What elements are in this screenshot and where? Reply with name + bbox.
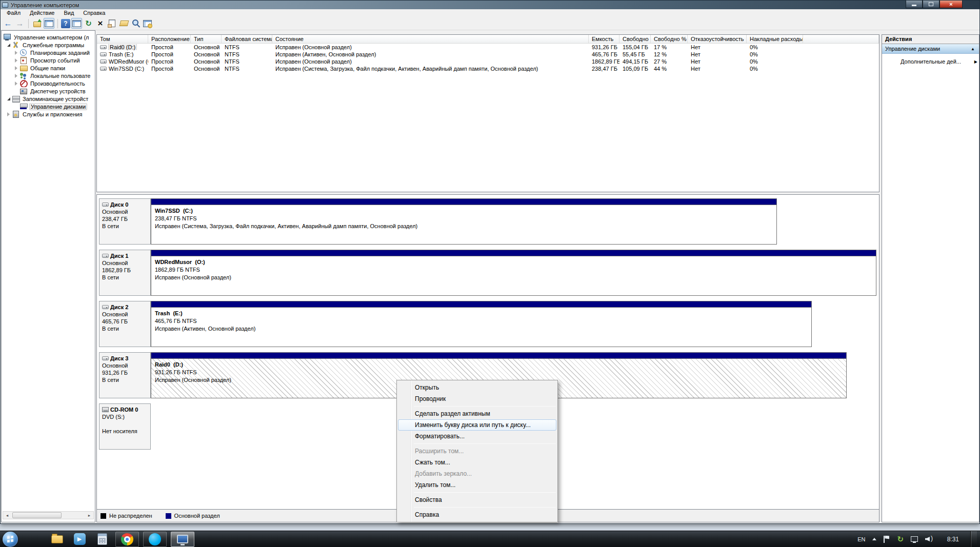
action-center-flag-icon[interactable] xyxy=(884,536,890,543)
menu-action[interactable]: Действие xyxy=(25,9,59,17)
tree-item-local-users[interactable]: Локальные пользовате xyxy=(2,72,95,79)
partition-block[interactable]: WDRedMusor (O:)1862,89 ГБ NTFSИсправен (… xyxy=(151,250,876,296)
submenu-arrow-icon: ▶ xyxy=(974,59,977,64)
windows-explorer-taskbar-button[interactable] xyxy=(49,532,65,547)
clock[interactable]: 8:31 xyxy=(941,536,959,543)
partition-size: 238,47 ГБ NTFS xyxy=(155,215,776,222)
partition-block[interactable]: Win7SSD (C:)238,47 ГБ NTFSИсправен (Сист… xyxy=(151,198,777,245)
disk-label-box[interactable]: Диск 1Основной1862,89 ГБВ сети xyxy=(99,250,151,296)
cdrom-label-box[interactable]: CD-ROM 0DVD (S:) Нет носителя xyxy=(99,403,151,450)
menu-help[interactable]: Справка xyxy=(78,9,110,17)
computer-management-taskbar-button[interactable] xyxy=(171,532,194,547)
column-header[interactable]: Накладные расходы xyxy=(747,35,803,43)
open-icon[interactable] xyxy=(118,18,129,29)
show-console-tree-icon[interactable] xyxy=(44,18,54,29)
context-menu-item[interactable]: Проводник xyxy=(398,393,556,404)
refresh-icon[interactable] xyxy=(83,18,94,29)
start-button[interactable] xyxy=(3,532,18,547)
tree-item-event-viewer[interactable]: Просмотр событий xyxy=(2,56,95,64)
column-header[interactable]: Емкость xyxy=(589,35,619,43)
disk-label-box[interactable]: Диск 0Основной238,47 ГБВ сети xyxy=(99,198,151,245)
context-menu-item[interactable]: Удалить том... xyxy=(398,479,556,491)
expanded-expander-icon[interactable] xyxy=(6,42,11,48)
column-header[interactable]: Тип xyxy=(191,35,222,43)
table-row[interactable]: Trash (E:)ПростойОсновнойNTFSИсправен (А… xyxy=(97,51,879,58)
collapsed-expander-icon[interactable] xyxy=(6,111,11,117)
column-header[interactable]: Расположение xyxy=(148,35,191,43)
tree-item-computer[interactable]: Управление компьютером (л xyxy=(2,33,95,41)
partition-block[interactable]: Trash (E:)465,76 ГБ NTFSИсправен (Активе… xyxy=(151,301,812,347)
table-row[interactable]: Win7SSD (C:)ПростойОсновнойNTFSИсправен … xyxy=(97,65,879,72)
back-icon[interactable] xyxy=(3,18,13,29)
column-header[interactable]: Свободно xyxy=(619,35,651,43)
media-player-taskbar-button[interactable] xyxy=(71,532,88,547)
maximize-button[interactable] xyxy=(923,1,939,8)
column-header[interactable]: Файловая система xyxy=(222,35,272,43)
updates-icon[interactable] xyxy=(897,535,904,544)
tree-item-label: Запоминающие устройст xyxy=(22,96,89,102)
minimize-button[interactable] xyxy=(906,1,923,8)
tree-item-device-manager[interactable]: Диспетчер устройств xyxy=(2,87,95,95)
up-one-level-icon[interactable] xyxy=(32,18,43,29)
context-menu-item[interactable]: Форматировать... xyxy=(398,431,556,442)
chrome-taskbar-button[interactable] xyxy=(115,532,139,547)
menu-view[interactable]: Вид xyxy=(59,9,78,17)
manage-computer-icon[interactable] xyxy=(142,18,153,29)
show-action-pane-icon[interactable] xyxy=(71,18,82,29)
column-header[interactable]: Состояние xyxy=(272,35,589,43)
show-hidden-icons-button[interactable] xyxy=(872,538,876,540)
volume-name: WDRedMusor (O:) xyxy=(109,58,148,65)
collapsed-expander-icon[interactable] xyxy=(14,80,18,87)
internet-explorer-taskbar-button[interactable] xyxy=(26,532,43,547)
show-desktop-button[interactable] xyxy=(970,531,977,547)
scroll-thumb[interactable] xyxy=(12,512,62,518)
title-bar[interactable]: Управление компьютером × xyxy=(1,1,979,9)
more-actions-item[interactable]: Дополнительные дей... ▶ xyxy=(882,54,979,65)
find-icon[interactable] xyxy=(130,18,141,29)
scroll-left-arrow[interactable]: ◄ xyxy=(3,514,11,517)
disk-label-box[interactable]: Диск 3Основной931,26 ГБВ сети xyxy=(99,352,151,398)
tree-item-storage[interactable]: Запоминающие устройст xyxy=(2,95,95,103)
tree-horizontal-scrollbar[interactable]: ◄ ► xyxy=(3,511,94,519)
tree-item-tools[interactable]: Служебные программы xyxy=(2,41,95,49)
collapsed-expander-icon[interactable] xyxy=(14,72,18,79)
scroll-right-arrow[interactable]: ► xyxy=(85,514,93,517)
forward-icon[interactable] xyxy=(14,18,25,29)
computer-icon xyxy=(3,34,11,40)
close-button[interactable]: × xyxy=(939,1,963,8)
context-menu-item[interactable]: Сделать раздел активным xyxy=(398,408,556,419)
network-icon[interactable] xyxy=(911,536,918,542)
table-row[interactable]: Raid0 (D:)ПростойОсновнойNTFSИсправен (О… xyxy=(97,44,879,51)
collapse-icon[interactable]: ▲ xyxy=(971,47,975,51)
calculator-taskbar-button[interactable] xyxy=(94,532,110,547)
menu-file[interactable]: Файл xyxy=(2,9,25,17)
expanded-expander-icon[interactable] xyxy=(6,95,11,102)
tree-item-scheduler[interactable]: Планировщик заданий xyxy=(2,49,95,56)
delete-icon[interactable] xyxy=(95,18,106,29)
disk-size xyxy=(102,420,150,428)
toolbar xyxy=(1,17,979,30)
collapsed-expander-icon[interactable] xyxy=(14,57,18,64)
context-menu-item[interactable]: Свойства xyxy=(398,494,556,505)
context-menu-item[interactable]: Сжать том... xyxy=(398,457,556,468)
tree-item-performance[interactable]: Производительность xyxy=(2,79,95,87)
collapsed-expander-icon[interactable] xyxy=(14,65,18,71)
skype-taskbar-button[interactable] xyxy=(143,532,167,547)
language-indicator[interactable]: EN xyxy=(857,536,865,542)
volume-icon[interactable] xyxy=(925,536,933,542)
disk-label-box[interactable]: Диск 2Основной465,76 ГБВ сети xyxy=(99,301,151,347)
context-menu-item[interactable]: Справка xyxy=(398,509,556,520)
tree-item-disk-management[interactable]: Управление дисками xyxy=(2,103,95,110)
column-header[interactable]: Том xyxy=(97,35,148,43)
column-header[interactable]: Отказоустойчивость xyxy=(688,35,747,43)
tree-item-services[interactable]: Службы и приложения xyxy=(2,110,95,118)
column-header[interactable]: Свободно % xyxy=(651,35,688,43)
help-icon[interactable] xyxy=(61,19,70,28)
properties-icon[interactable] xyxy=(107,18,117,29)
context-menu-item[interactable]: Изменить букву диска или путь к диску... xyxy=(398,419,556,431)
collapsed-expander-icon[interactable] xyxy=(14,49,18,56)
tree-item-shared-folders[interactable]: Общие папки xyxy=(2,64,95,72)
disk-management-group-header[interactable]: Управление дисками ▲ xyxy=(882,44,979,54)
context-menu-item[interactable]: Открыть xyxy=(398,382,556,393)
table-row[interactable]: WDRedMusor (O:)ПростойОсновнойNTFSИсправ… xyxy=(97,58,879,65)
